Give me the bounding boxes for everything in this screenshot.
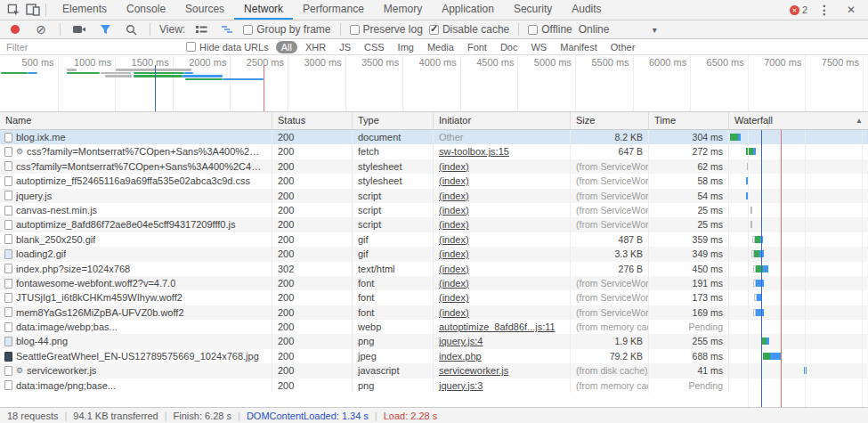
column-header-type[interactable]: Type — [353, 112, 434, 129]
filter-pill-all[interactable]: All — [276, 41, 297, 53]
request-row[interactable]: blog-44.png200pngjquery.js:41.9 KB255 ms — [0, 334, 868, 348]
request-row[interactable]: blank_250x250.gif200gif(index)487 B359 m… — [0, 232, 868, 247]
initiator-link[interactable]: index.php — [439, 351, 482, 362]
waterfall-cell[interactable] — [729, 130, 868, 144]
initiator-link[interactable]: autoptimize_8afd86f...js:11 — [439, 321, 556, 332]
request-row[interactable]: css?family=Montserrat%7COpen+Sans%3A400%… — [0, 159, 868, 174]
filter-pill-other[interactable]: Other — [605, 41, 641, 53]
request-row[interactable]: ⚙serviceworker.js200javascriptservicewor… — [0, 363, 868, 378]
initiator-link[interactable]: (index) — [439, 307, 469, 318]
waterfall-cell[interactable] — [729, 203, 868, 217]
waterfall-view-icon[interactable] — [217, 20, 237, 38]
filter-pill-doc[interactable]: Doc — [495, 41, 523, 53]
waterfall-cell[interactable] — [729, 290, 868, 305]
column-header-name[interactable]: Name — [0, 112, 272, 129]
device-toolbar-icon[interactable] — [23, 1, 43, 19]
filter-pill-js[interactable]: JS — [334, 41, 356, 53]
request-row[interactable]: index.php?size=1024x768302text/html(inde… — [0, 262, 868, 276]
disable-cache-checkbox[interactable]: Disable cache — [429, 23, 509, 36]
waterfall-cell[interactable] — [729, 217, 868, 232]
initiator-link[interactable]: (index) — [439, 278, 469, 289]
waterfall-cell[interactable] — [729, 232, 868, 247]
column-header-time[interactable]: Time — [649, 112, 729, 129]
filter-input[interactable] — [6, 42, 181, 53]
filter-pill-media[interactable]: Media — [422, 41, 459, 53]
initiator-link[interactable]: (index) — [439, 248, 469, 259]
column-header-waterfall[interactable]: Waterfall ▲ — [729, 112, 868, 129]
hide-data-urls-checkbox[interactable]: Hide data URLs — [186, 42, 269, 53]
waterfall-cell[interactable] — [729, 159, 868, 174]
timeline-overview[interactable]: 500 ms1000 ms1500 ms2000 ms2500 ms3000 m… — [0, 55, 868, 112]
column-header-status[interactable]: Status — [272, 112, 353, 129]
request-row[interactable]: ⚙css?family=Montserrat%7COpen+Sans%3A400… — [0, 144, 868, 159]
preserve-log-checkbox[interactable]: Preserve log — [350, 23, 423, 36]
request-row[interactable]: mem8YaGs126MiZpBA-UFVZ0b.woff2200font(in… — [0, 305, 868, 320]
waterfall-cell[interactable] — [729, 144, 868, 159]
tab-audits[interactable]: Audits — [562, 0, 611, 20]
tab-sources[interactable]: Sources — [175, 0, 234, 20]
initiator-link[interactable]: (index) — [439, 161, 469, 172]
waterfall-cell[interactable] — [729, 334, 868, 348]
request-row[interactable]: data:image/png;base...200pngjquery.js:3(… — [0, 378, 868, 393]
waterfall-cell[interactable] — [729, 189, 868, 203]
tab-console[interactable]: Console — [117, 0, 175, 20]
waterfall-cell[interactable] — [729, 174, 868, 188]
request-row[interactable]: autoptimize_8afd86f72ae8e04e5cff94317209… — [0, 217, 868, 232]
initiator-link[interactable]: (index) — [439, 219, 469, 230]
filter-pill-ws[interactable]: WS — [525, 41, 552, 53]
request-row[interactable]: JTUSjIg1_i6t8kCHKm459WIhyw.woff2200font(… — [0, 290, 868, 305]
request-row[interactable]: fontawesome-webfont.woff2?v=4.7.0200font… — [0, 276, 868, 290]
tab-security[interactable]: Security — [504, 0, 562, 20]
initiator-link[interactable]: (index) — [439, 264, 469, 274]
list-view-icon[interactable] — [191, 20, 211, 38]
waterfall-cell[interactable] — [729, 363, 868, 378]
filter-pill-font[interactable]: Font — [462, 41, 492, 53]
initiator-link[interactable]: serviceworker.js — [439, 365, 508, 376]
kebab-menu-icon[interactable]: ⋮ — [815, 1, 834, 19]
waterfall-cell[interactable] — [729, 349, 868, 363]
filter-funnel-icon[interactable] — [95, 20, 115, 38]
request-row[interactable]: autoptimize_ff52465116a9a69ffa535e02abca… — [0, 174, 868, 188]
filter-pill-manifest[interactable]: Manifest — [555, 41, 603, 53]
request-row[interactable]: data:image/webp;bas...200webpautoptimize… — [0, 320, 868, 334]
initiator-link[interactable]: (index) — [439, 175, 469, 186]
search-icon[interactable] — [121, 20, 141, 38]
filter-pill-css[interactable]: CSS — [359, 41, 390, 53]
close-icon[interactable]: ✕ — [841, 1, 861, 19]
request-row[interactable]: loading2.gif200gif(index)3.3 KB349 ms — [0, 247, 868, 261]
waterfall-cell[interactable] — [729, 247, 868, 261]
tab-network[interactable]: Network — [234, 0, 293, 20]
initiator-link[interactable]: (index) — [439, 234, 469, 245]
clear-button[interactable]: ⊘ — [31, 20, 51, 38]
initiator-link[interactable]: jquery.js:4 — [439, 336, 483, 346]
column-header-size[interactable]: Size — [571, 112, 649, 129]
request-row[interactable]: SeattleGreatWheel_EN-US12789575669_1024x… — [0, 349, 868, 363]
waterfall-cell[interactable] — [729, 305, 868, 320]
column-header-initiator[interactable]: Initiator — [434, 112, 571, 129]
initiator-link[interactable]: jquery.js:3 — [439, 380, 483, 391]
throttling-select[interactable]: Online ▾ — [579, 23, 657, 36]
initiator-link[interactable]: (index) — [439, 205, 469, 216]
offline-checkbox[interactable]: Offline — [528, 23, 572, 36]
console-error-badge[interactable]: ✕ 2 — [790, 4, 807, 15]
tab-memory[interactable]: Memory — [374, 0, 432, 20]
record-button[interactable] — [5, 20, 25, 38]
waterfall-cell[interactable] — [729, 262, 868, 276]
initiator-link[interactable]: (index) — [439, 191, 469, 201]
tab-performance[interactable]: Performance — [293, 0, 374, 20]
request-row[interactable]: jquery.js200script(index)(from ServiceWo… — [0, 189, 868, 203]
request-row[interactable]: canvas-nest.min.js200script(index)(from … — [0, 203, 868, 217]
initiator-link[interactable]: (index) — [439, 292, 469, 303]
screenshot-camera-icon[interactable] — [69, 20, 89, 38]
tab-application[interactable]: Application — [432, 0, 504, 20]
waterfall-cell[interactable] — [729, 378, 868, 393]
initiator-link[interactable]: sw-toolbox.js:15 — [439, 146, 509, 157]
request-row[interactable]: blog.ixk.me200documentOther8.2 KB304 ms — [0, 130, 868, 144]
group-by-frame-checkbox[interactable]: Group by frame — [243, 23, 330, 36]
waterfall-cell[interactable] — [729, 320, 868, 334]
waterfall-cell[interactable] — [729, 276, 868, 290]
filter-pill-xhr[interactable]: XHR — [300, 41, 331, 53]
filter-pill-img[interactable]: Img — [393, 41, 419, 53]
inspect-element-icon[interactable] — [4, 1, 23, 19]
tab-elements[interactable]: Elements — [53, 0, 117, 20]
